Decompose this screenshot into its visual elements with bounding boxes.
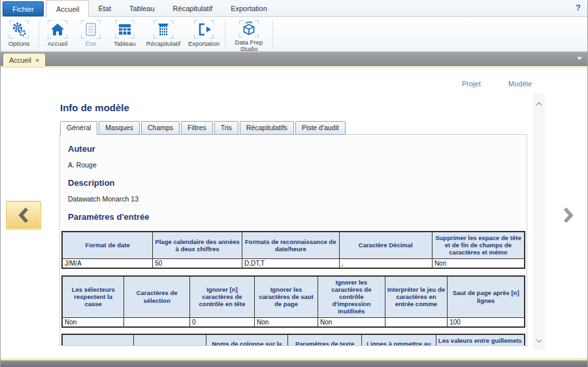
- chevron-left-icon: [18, 207, 29, 224]
- table-header-cell: Séparateur: [62, 334, 133, 346]
- tab-general[interactable]: Général: [60, 121, 97, 135]
- table-header-cell: Ignorer les caractères de contrôle d'imp…: [318, 276, 385, 318]
- tab-masques[interactable]: Masques: [99, 121, 140, 135]
- exportation-label: Exportation: [188, 41, 220, 47]
- next-page-button[interactable]: [559, 201, 578, 229]
- input-params-heading: Paramètres d'entrée: [68, 212, 527, 222]
- table-header-cell: Caractères de sélection: [124, 276, 190, 318]
- close-icon[interactable]: ×: [35, 56, 39, 64]
- input-params-table-2: Les sélecteurs respectent la casse Carac…: [61, 275, 525, 328]
- data-prep-studio-label: Data Prep Studio: [227, 39, 271, 53]
- input-params-table-3: Séparateur Codage Noms de colonne sur la…: [61, 334, 525, 346]
- cube-icon: [239, 20, 259, 37]
- table-value-cell: Non: [62, 317, 124, 327]
- table-header-cell: Interpréter le jeu de caractères en entr…: [385, 276, 448, 318]
- vertical-scrollbar[interactable]: [533, 94, 545, 350]
- table-value-cell: D,DT,T: [242, 258, 339, 268]
- table-header-cell: Ignorer [n] caractères de contrôle en tê…: [189, 276, 254, 318]
- ribbon-tab-recapitulatif[interactable]: Récapitulatif: [164, 0, 222, 17]
- help-icon[interactable]: ?: [576, 3, 581, 12]
- document-tab-strip: Accueil ×: [1, 52, 587, 66]
- options-label: Options: [8, 41, 30, 47]
- window-bottom-edge: [1, 360, 587, 367]
- etat-label: État: [86, 41, 97, 47]
- ribbon-tab-accueil[interactable]: Accueil: [46, 0, 89, 17]
- application-window: Fichier Accueil État Tableau Récapitulat…: [0, 0, 588, 367]
- table-value-cell: J/M/A: [62, 258, 153, 268]
- group-separator: [39, 20, 39, 48]
- table-icon: [115, 20, 135, 39]
- table-header-cell: Ignorer les caractères de saut de page: [255, 276, 318, 318]
- report-icon: [81, 20, 101, 39]
- ribbon-tab-bar: Fichier Accueil État Tableau Récapitulat…: [1, 0, 587, 17]
- table-header-cell: Les valeurs entre guillemets peuvent con…: [436, 334, 525, 346]
- tab-tris[interactable]: Tris: [214, 121, 238, 135]
- table-header-cell: Supprimer les espace de tête et de fin d…: [432, 232, 525, 258]
- table-header-cell: Noms de colonne sur la première ligne: [206, 334, 287, 346]
- table-value-cell: [124, 317, 190, 327]
- document-tab-accueil[interactable]: Accueil ×: [3, 54, 45, 67]
- author-value: A. Rouge: [68, 161, 527, 169]
- table-header-cell: Paramètres de texte avec séparateurs: [287, 334, 361, 346]
- document-tab-label: Accueil: [9, 56, 31, 64]
- previous-page-button[interactable]: [6, 201, 41, 230]
- accueil-button[interactable]: Accueil: [41, 17, 74, 51]
- table-header-cell: Codage: [133, 334, 206, 346]
- data-prep-studio-button[interactable]: Data Prep Studio: [227, 17, 271, 51]
- etat-button[interactable]: État: [74, 17, 107, 51]
- file-menu-button[interactable]: Fichier: [3, 1, 44, 16]
- export-icon: [194, 20, 214, 39]
- table-value-cell: ,: [339, 258, 432, 268]
- description-value: Datawatch Monarch 13: [68, 195, 527, 203]
- table-header-cell: Formats de reconnaissance de date/heure: [242, 232, 339, 258]
- gears-icon: [9, 20, 29, 39]
- table-header-cell: Caractère Décimal: [339, 232, 432, 258]
- description-heading: Description: [68, 178, 527, 188]
- chevron-right-icon: [563, 207, 574, 224]
- scroll-down-icon[interactable]: [535, 334, 543, 346]
- ribbon-tab-exportation[interactable]: Exportation: [221, 0, 276, 17]
- tab-recapitulatifs[interactable]: Récapitulatifs: [240, 121, 294, 135]
- group-separator: [272, 20, 273, 48]
- group-separator: [225, 20, 225, 48]
- ribbon-tab-etat[interactable]: État: [89, 0, 120, 17]
- accueil-label: Accueil: [48, 41, 68, 47]
- exportation-button[interactable]: Exportation: [184, 17, 223, 51]
- tab-filtres[interactable]: Filtres: [181, 121, 213, 135]
- general-tab-panel: Auteur A. Rouge Description Datawatch Mo…: [59, 134, 527, 346]
- tableau-button[interactable]: Tableau: [107, 17, 142, 51]
- ribbon-tabs: Accueil État Tableau Récapitulatif Expor…: [46, 0, 276, 17]
- table-value-cell: [385, 317, 448, 327]
- recapitulatif-button[interactable]: Récapitulatif: [142, 17, 184, 51]
- table-header-cell: Plage calendaire des années à deux chiff…: [153, 232, 242, 258]
- table-value-cell: Non: [318, 317, 385, 327]
- model-info-section: Info de modèle Général Masques Champs Fi…: [59, 68, 527, 346]
- table-value-cell: 0: [189, 317, 254, 327]
- input-params-table-1: Format de date Plage calendaire des anné…: [61, 231, 525, 269]
- ribbon: Options Accueil État: [1, 17, 587, 52]
- options-button[interactable]: Options: [1, 17, 37, 51]
- tab-list-dropdown-icon[interactable]: [577, 57, 582, 60]
- table-header-cell: Format de date: [62, 232, 153, 258]
- table-value-cell: Non: [255, 317, 318, 327]
- table-header-cell: Lignes à ommettre au début: [362, 334, 436, 346]
- scroll-up-icon[interactable]: [535, 97, 543, 109]
- table-header-cell: Saut de page après [n] lignes: [448, 276, 525, 318]
- ribbon-tab-tableau[interactable]: Tableau: [120, 0, 164, 17]
- table-value-cell: 100: [448, 317, 525, 327]
- page-title: Info de modèle: [60, 102, 527, 113]
- building-icon: [154, 20, 173, 39]
- table-header-cell: Les sélecteurs respectent la casse: [62, 276, 124, 318]
- tableau-label: Tableau: [114, 41, 135, 47]
- document-area: Projet Modèle Info de modèle Général: [1, 68, 587, 358]
- author-heading: Auteur: [68, 144, 527, 154]
- tab-piste-audit[interactable]: Piste d'audit: [295, 121, 346, 135]
- model-tabs: Général Masques Champs Filtres Tris Réca…: [60, 121, 527, 135]
- recapitulatif-label: Récapitulatif: [146, 41, 180, 47]
- table-value-cell: Non: [432, 258, 525, 268]
- table-value-cell: 50: [153, 258, 242, 268]
- tab-champs[interactable]: Champs: [141, 121, 180, 135]
- home-icon: [48, 20, 67, 39]
